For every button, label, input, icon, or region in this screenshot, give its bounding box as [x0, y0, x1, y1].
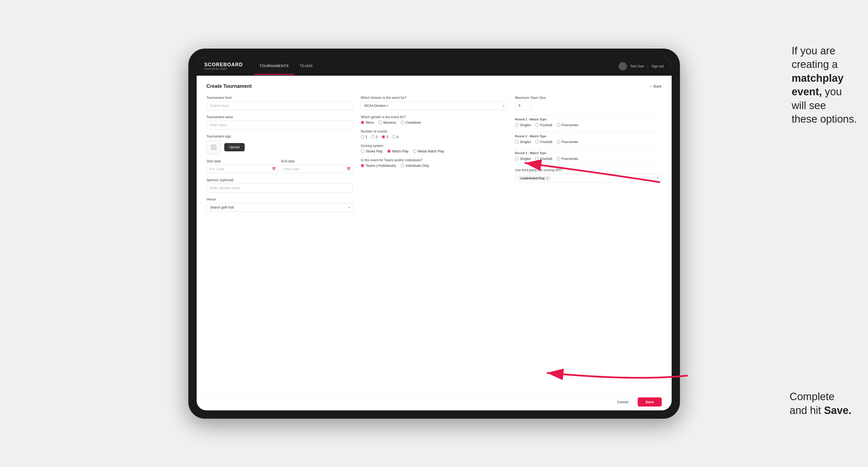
tablet-frame: SCOREBOARD Powered by clippit TOURNAMENT…	[188, 49, 680, 419]
round3-singles-radio[interactable]	[515, 157, 519, 160]
form-title: Create Tournament	[207, 84, 252, 89]
round1-foursomes[interactable]: Foursomes	[557, 123, 578, 127]
column-2: Which division is the event for? NCAA Di…	[361, 96, 507, 217]
api-select-wrap[interactable]: Leaderboard King ✕ ▾	[515, 174, 662, 183]
form-container: Create Tournament ← Back Tournament Host…	[197, 76, 672, 393]
gender-label: Which gender is the event for?	[361, 115, 507, 119]
round1-label: Round 1 - Match Type	[515, 118, 662, 121]
upload-button[interactable]: Upload	[224, 143, 245, 151]
scoring-medal-radio[interactable]	[413, 149, 416, 153]
round-1[interactable]: 1	[361, 135, 367, 139]
gender-combined-radio[interactable]	[401, 121, 404, 124]
round1-singles[interactable]: Singles	[515, 123, 531, 127]
division-select[interactable]: NCAA Division I	[361, 101, 507, 110]
round3-singles-label: Singles	[520, 157, 531, 161]
scoring-stroke[interactable]: Stroke Play	[361, 149, 382, 153]
start-date-input[interactable]	[207, 165, 278, 173]
round1-fourball-radio[interactable]	[535, 123, 539, 127]
brand-title: SCOREBOARD	[205, 62, 243, 68]
venue-label: Venue	[207, 197, 353, 201]
gender-mens[interactable]: Mens	[361, 121, 374, 125]
gender-womens[interactable]: Womens	[378, 121, 396, 125]
teams-option[interactable]: Teams (+Individuals)	[361, 164, 396, 168]
sign-out-link[interactable]: Sign out	[651, 64, 663, 68]
scoring-stroke-radio[interactable]	[361, 149, 364, 153]
round2-singles-label: Singles	[520, 140, 531, 144]
rounds-group: Number of rounds 1 2	[361, 129, 507, 139]
division-group: Which division is the event for? NCAA Di…	[361, 96, 507, 110]
scoring-stroke-label: Stroke Play	[366, 149, 382, 153]
teams-radio[interactable]	[361, 164, 364, 167]
venue-select[interactable]: Search golf club	[207, 203, 353, 212]
round2-fourball-label: Fourball	[540, 140, 552, 144]
api-tag-close[interactable]: ✕	[546, 176, 549, 180]
round-2-radio[interactable]	[371, 135, 375, 138]
round3-fourball[interactable]: Fourball	[535, 157, 552, 161]
api-tag: Leaderboard King ✕	[518, 176, 551, 181]
round3-singles[interactable]: Singles	[515, 157, 531, 161]
tournament-name-label: Tournament name	[207, 115, 353, 119]
sponsor-input[interactable]	[207, 184, 353, 192]
nav-teams[interactable]: TEAMS	[294, 58, 318, 75]
end-date-label: End date	[281, 159, 353, 163]
api-group: Use third-party live scoring API? Leader…	[515, 168, 662, 183]
scoring-match-radio[interactable]	[387, 149, 391, 153]
round2-label: Round 2 - Match Type	[515, 134, 662, 138]
tournament-host-input[interactable]	[207, 101, 353, 110]
max-team-size-input[interactable]	[515, 101, 532, 110]
divider-2	[515, 132, 662, 132]
max-team-size-group: Maximum Team Size	[515, 96, 662, 110]
gender-womens-label: Womens	[383, 121, 396, 125]
round3-fourball-radio[interactable]	[535, 157, 539, 160]
individuals-radio[interactable]	[401, 164, 404, 167]
round1-fourball[interactable]: Fourball	[535, 123, 552, 127]
round2-singles[interactable]: Singles	[515, 140, 531, 144]
nav-tournaments[interactable]: TOURNAMENTS	[254, 58, 294, 75]
round1-singles-radio[interactable]	[515, 123, 519, 127]
tournament-host-label: Tournament Host	[207, 96, 353, 100]
round2-singles-radio[interactable]	[515, 140, 519, 144]
individuals-option[interactable]: Individuals Only	[401, 164, 429, 168]
round3-foursomes[interactable]: Foursomes	[557, 157, 578, 161]
round-3-radio[interactable]	[382, 135, 385, 138]
teams-group: Is this event for Teams and/or Individua…	[361, 158, 507, 168]
tournament-name-input[interactable]	[207, 121, 353, 129]
cancel-button[interactable]: Cancel	[611, 397, 634, 407]
round1-radio-group: Singles Fourball Foursomes	[515, 123, 662, 127]
division-select-wrap: NCAA Division I	[361, 101, 507, 110]
round-1-radio[interactable]	[361, 135, 364, 138]
round1-foursomes-radio[interactable]	[557, 123, 560, 127]
round2-foursomes-label: Foursomes	[562, 140, 578, 144]
scoring-match[interactable]: Match Play	[387, 149, 408, 153]
venue-group: Venue Search golf club	[207, 197, 353, 212]
gender-womens-radio[interactable]	[378, 121, 382, 124]
tournament-name-group: Tournament name	[207, 115, 353, 129]
round2-foursomes[interactable]: Foursomes	[557, 140, 578, 144]
column-1: Tournament Host Tournament name Tourname…	[207, 96, 353, 217]
gender-radio-group: Mens Womens Combined	[361, 121, 507, 125]
round-2[interactable]: 2	[371, 135, 378, 139]
round2-match-type-group: Round 2 - Match Type Singles Fourball	[515, 134, 662, 144]
round2-fourball-radio[interactable]	[535, 140, 539, 144]
round3-label: Round 3 - Match Type	[515, 151, 662, 155]
scoring-radio-group: Stroke Play Match Play Medal Match Play	[361, 149, 507, 153]
logo-placeholder	[207, 140, 221, 154]
logo-upload-area: Upload	[207, 140, 353, 154]
date-row: Start date 📅 End date 📅	[207, 159, 353, 173]
end-date-input[interactable]	[281, 165, 353, 173]
gender-combined[interactable]: Combined	[401, 121, 421, 125]
form-footer: Cancel Save	[197, 393, 672, 410]
save-button[interactable]: Save	[638, 397, 661, 407]
round-4-radio[interactable]	[392, 135, 396, 138]
round3-radio-group: Singles Fourball Foursomes	[515, 157, 662, 161]
round-4[interactable]: 4	[392, 135, 399, 139]
back-button[interactable]: ← Back	[649, 84, 662, 88]
round-3[interactable]: 3	[382, 135, 388, 139]
gender-mens-radio[interactable]	[361, 121, 364, 124]
round2-foursomes-radio[interactable]	[557, 140, 560, 144]
svg-point-1	[212, 146, 213, 147]
round3-foursomes-radio[interactable]	[557, 157, 560, 160]
round-3-label: 3	[386, 135, 388, 139]
round2-fourball[interactable]: Fourball	[535, 140, 552, 144]
scoring-medal[interactable]: Medal Match Play	[413, 149, 444, 153]
